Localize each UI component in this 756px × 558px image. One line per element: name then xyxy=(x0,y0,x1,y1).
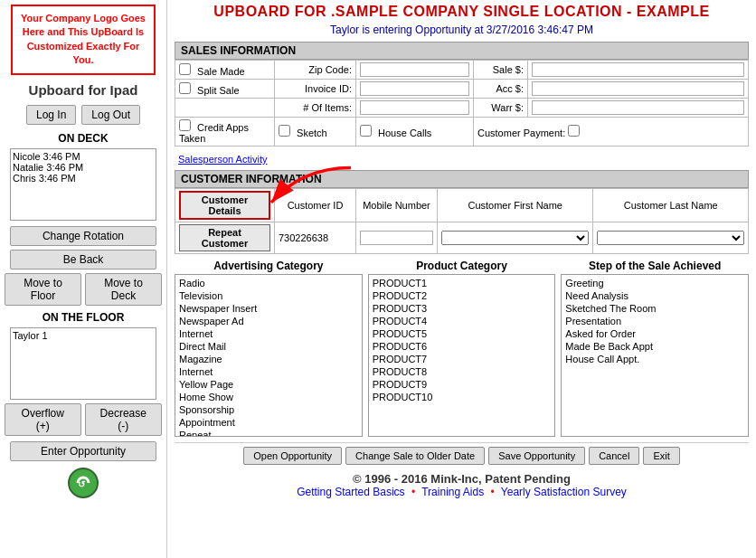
list-item[interactable]: PRODUCT1 xyxy=(371,277,553,289)
list-item[interactable]: PRODUCT8 xyxy=(371,365,553,378)
invoice-id-label: Invoice ID: xyxy=(305,83,352,94)
num-items-input[interactable] xyxy=(360,100,469,115)
list-item[interactable]: Asked for Order xyxy=(563,327,746,340)
product-list[interactable]: PRODUCT1PRODUCT2PRODUCT3PRODUCT4PRODUCT5… xyxy=(368,274,556,437)
advertising-list[interactable]: RadioTelevisionNewspaper InsertNewspaper… xyxy=(175,274,363,437)
training-aids-link[interactable]: Training Aids xyxy=(421,486,484,498)
on-floor-label: ON THE FLOOR xyxy=(43,311,125,324)
login-button[interactable]: Log In xyxy=(26,105,76,125)
acc-s-input[interactable] xyxy=(532,81,744,96)
first-name-label: Customer First Name xyxy=(468,200,562,211)
change-date-button[interactable]: Change Sale to Older Date xyxy=(345,447,485,465)
yearly-survey-link[interactable]: Yearly Satisfaction Survey xyxy=(501,486,627,498)
save-opportunity-button[interactable]: Save Opportunity xyxy=(488,447,585,465)
invoice-id-input[interactable] xyxy=(360,81,469,96)
customer-id-label: Customer ID xyxy=(288,200,344,211)
list-item[interactable]: PRODUCT4 xyxy=(371,315,553,327)
zip-code-input[interactable] xyxy=(360,62,469,77)
list-item[interactable]: PRODUCT5 xyxy=(371,327,553,340)
list-item[interactable]: Appointment xyxy=(177,416,360,429)
list-item[interactable]: Sponsorship xyxy=(177,403,360,416)
last-name-label: Customer Last Name xyxy=(624,200,718,211)
exit-button[interactable]: Exit xyxy=(643,447,679,465)
advertising-category-title: Advertising Category xyxy=(175,260,363,272)
list-item[interactable]: Newspaper Ad xyxy=(177,315,360,327)
sale-made-checkbox[interactable] xyxy=(179,63,191,75)
list-item[interactable]: PRODUCT9 xyxy=(371,378,553,391)
last-name-select[interactable] xyxy=(597,231,744,245)
mobile-number-label: Mobile Number xyxy=(363,200,430,211)
on-deck-list: Nicole 3:46 PMNatalie 3:46 PMChris 3:46 … xyxy=(10,148,156,221)
first-name-select[interactable] xyxy=(441,231,589,245)
repeat-customer-button[interactable]: Repeat Customer xyxy=(179,224,270,251)
list-item[interactable]: Television xyxy=(177,289,360,302)
list-item[interactable]: Yellow Page xyxy=(177,378,360,391)
split-sale-checkbox[interactable] xyxy=(179,82,191,94)
on-deck-item[interactable]: Natalie 3:46 PM xyxy=(13,162,154,173)
page-title: UPBOARD FOR .SAMPLE COMPANY SINGLE LOCAT… xyxy=(175,4,749,20)
enter-opportunity-button[interactable]: Enter Opportunity xyxy=(10,441,156,461)
steps-list[interactable]: GreetingNeed AnalysisSketched The RoomPr… xyxy=(561,274,749,437)
credit-apps-checkbox[interactable] xyxy=(179,119,191,131)
sub-info: Taylor is entering Opportunity at 3/27/2… xyxy=(175,24,749,36)
be-back-button[interactable]: Be Back xyxy=(10,250,156,270)
dot-separator-2: • xyxy=(491,486,495,498)
sales-table: Sale Made Zip Code: Sale $: Split Sale I… xyxy=(175,60,749,147)
list-item[interactable]: PRODUCT10 xyxy=(371,391,553,403)
customer-details-button[interactable]: Customer Details xyxy=(179,191,270,220)
cancel-button[interactable]: Cancel xyxy=(589,447,639,465)
customer-payment-checkbox[interactable] xyxy=(568,125,580,137)
dot-separator-1: • xyxy=(411,486,415,498)
company-logo: Your Company Logo Goes Here and This UpB… xyxy=(11,5,156,75)
list-item[interactable]: PRODUCT2 xyxy=(371,289,553,302)
sales-section-header: SALES INFORMATION xyxy=(175,42,749,60)
warr-s-input[interactable] xyxy=(532,100,744,115)
move-floor-button[interactable]: Move to Floor xyxy=(5,273,81,306)
refresh-icon[interactable]: ↺ xyxy=(67,467,99,499)
on-deck-item[interactable]: Nicole 3:46 PM xyxy=(13,151,154,162)
mobile-number-input[interactable] xyxy=(360,231,433,245)
decrease-button[interactable]: Decrease (-) xyxy=(85,403,162,436)
zip-code-label: Zip Code: xyxy=(308,64,352,75)
list-item[interactable]: Internet xyxy=(177,365,360,378)
move-deck-button[interactable]: Move to Deck xyxy=(85,273,162,306)
list-item[interactable]: House Call Appt. xyxy=(563,353,746,365)
salesperson-activity-link[interactable]: Salesperson Activity xyxy=(175,152,270,166)
sale-s-label: Sale $: xyxy=(493,64,524,75)
warr-s-label: Warr $: xyxy=(491,102,524,113)
on-floor-list: Taylor 1 xyxy=(10,327,156,400)
list-item[interactable]: Need Analysis xyxy=(563,289,746,302)
svg-text:↺: ↺ xyxy=(78,479,86,489)
logout-button[interactable]: Log Out xyxy=(81,105,140,125)
sale-s-input[interactable] xyxy=(532,62,744,77)
list-item[interactable]: PRODUCT7 xyxy=(371,353,553,365)
house-calls-label: House Calls xyxy=(378,128,431,138)
num-items-label: # Of Items: xyxy=(303,102,352,113)
list-item[interactable]: Presentation xyxy=(563,315,746,327)
list-item[interactable]: Newspaper Insert xyxy=(177,302,360,315)
customer-payment-label: Customer Payment: xyxy=(477,128,565,138)
list-item[interactable]: Internet xyxy=(177,327,360,340)
house-calls-checkbox[interactable] xyxy=(360,125,372,137)
getting-started-link[interactable]: Getting Started Basics xyxy=(297,486,404,498)
list-item[interactable]: PRODUCT6 xyxy=(371,340,553,353)
list-item[interactable]: Magazine xyxy=(177,353,360,365)
list-item[interactable]: Home Show xyxy=(177,391,360,403)
change-rotation-button[interactable]: Change Rotation xyxy=(10,226,156,246)
list-item[interactable]: Direct Mail xyxy=(177,340,360,353)
list-item[interactable]: Radio xyxy=(177,277,360,289)
customer-section-header: CUSTOMER INFORMATION xyxy=(175,170,749,188)
list-item[interactable]: Greeting xyxy=(563,277,746,289)
overflow-button[interactable]: Overflow (+) xyxy=(5,403,81,436)
list-item[interactable]: Sketched The Room xyxy=(563,302,746,315)
list-item[interactable]: Repeat xyxy=(177,429,360,437)
open-opportunity-button[interactable]: Open Opportunity xyxy=(243,447,342,465)
sketch-checkbox[interactable] xyxy=(279,125,290,137)
list-item[interactable]: PRODUCT3 xyxy=(371,302,553,315)
list-item[interactable]: Made Be Back Appt xyxy=(563,340,746,353)
on-floor-item[interactable]: Taylor 1 xyxy=(13,330,154,341)
customer-id-value: 730226638 xyxy=(279,232,328,243)
split-sale-label: Split Sale xyxy=(197,85,239,96)
on-deck-item[interactable]: Chris 3:46 PM xyxy=(13,173,154,184)
copyright-text: © 1996 - 2016 Mink-Inc, Patent Pending xyxy=(175,472,749,486)
